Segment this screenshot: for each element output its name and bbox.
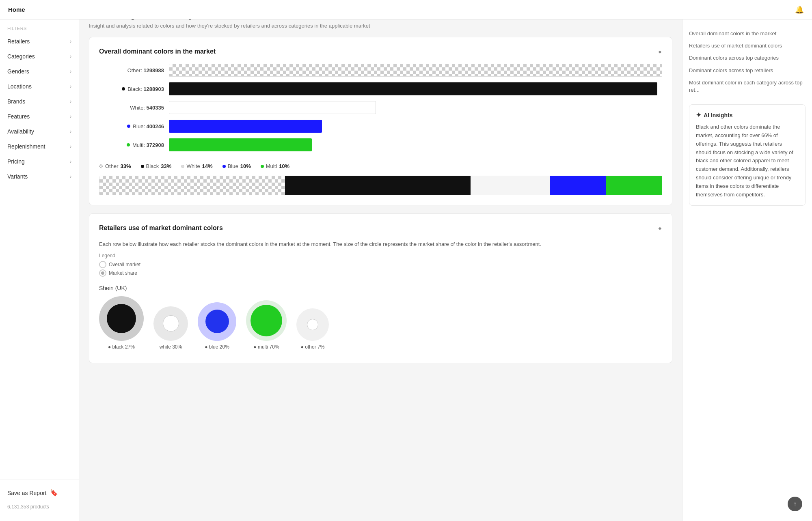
bar-label-text: Other: 1298988 — [127, 67, 164, 73]
sidebar-item-genders[interactable]: Genders › — [0, 64, 79, 79]
footer-white: White 14% — [181, 163, 212, 169]
sidebar-item-label: Genders — [7, 68, 29, 75]
footer-label-multi: Multi — [266, 163, 277, 169]
circles-row-shein: ● black 27% white 30% ● blue 20% — [99, 296, 662, 350]
circle-inner-multi — [251, 305, 282, 336]
page-subtitle: Insight and analysis related to colors a… — [89, 23, 672, 29]
chevron-down-icon: › — [70, 99, 71, 104]
bar-blue — [169, 120, 322, 133]
circle-item-other: ● other 7% — [296, 308, 329, 350]
combined-segment-other — [99, 176, 285, 195]
ai-insights-header: ✦ AI Insights — [696, 111, 799, 119]
footer-pct-white: 14% — [202, 163, 213, 169]
chevron-down-icon: › — [70, 84, 71, 89]
bar-container-blue — [169, 120, 662, 133]
chevron-down-icon: › — [70, 159, 71, 164]
nav-item-most-dominant[interactable]: Most dominant color in each category acr… — [689, 77, 806, 96]
circle-item-white: white 30% — [153, 306, 188, 350]
sidebar-item-features[interactable]: Features › — [0, 109, 79, 124]
chevron-down-icon: › — [70, 144, 71, 149]
bar-label-multi: Multi: 372908 — [99, 142, 164, 148]
top-bar: Home 🔔 — [0, 0, 812, 19]
legend-item-market: Market share — [99, 269, 662, 277]
sidebar-item-pricing[interactable]: Pricing › — [0, 154, 79, 169]
color-dot-blue — [127, 125, 130, 128]
combined-segment-black — [285, 176, 471, 195]
bar-label-blue: Blue: 400246 — [99, 123, 164, 129]
bar-black — [169, 82, 657, 95]
nav-item-top-categories[interactable]: Dominant colors across top categories — [689, 52, 806, 64]
bar-multi — [169, 138, 312, 151]
bar-label-text: White: 540335 — [130, 105, 164, 111]
bar-chart-footer: Other 33% Black 33% White 14% Blue 10% M… — [99, 158, 662, 169]
sidebar-item-label: Pricing — [7, 158, 25, 165]
circle-label-black: ● black 27% — [108, 344, 135, 350]
circle-label-multi: ● multi 70% — [253, 344, 279, 350]
ai-insights-card: ✦ AI Insights Black and other colors dom… — [689, 104, 806, 206]
section-retailers-use: Retailers use of market dominant colors … — [89, 213, 672, 363]
legend-inner-market — [101, 271, 104, 275]
legend-title: Legend — [99, 253, 662, 258]
sidebar-item-label: Features — [7, 113, 30, 120]
card-title-1: Overall dominant colors in the market — [99, 48, 216, 55]
legend-label-market: Market share — [109, 270, 137, 276]
sidebar-item-label: Retailers — [7, 38, 30, 45]
bar-row-blue: Blue: 400246 — [99, 120, 662, 133]
ai-insights-title: AI Insights — [704, 112, 733, 118]
bar-white — [169, 101, 376, 114]
legend-item-overall: Overall market — [99, 261, 662, 268]
sidebar-item-label: Brands — [7, 98, 25, 105]
app-title: Home — [8, 6, 25, 13]
footer-blue: Blue 10% — [222, 163, 251, 169]
sidebar: Filters Retailers › Categories › Genders… — [0, 19, 79, 381]
circle-outer-black — [99, 296, 144, 341]
card-header-2: Retailers use of market dominant colors … — [99, 224, 662, 232]
nav-item-overall[interactable]: Overall dominant colors in the market — [689, 28, 806, 40]
footer-label-blue: Blue — [228, 163, 238, 169]
circle-outer-white — [153, 306, 188, 341]
sidebar-item-availability[interactable]: Availability › — [0, 124, 79, 139]
circle-inner-black — [107, 304, 136, 333]
sidebar-item-brands[interactable]: Brands › — [0, 94, 79, 109]
bar-row-white: White: 540335 — [99, 101, 662, 114]
bar-label-text: Multi: 372908 — [132, 142, 164, 148]
notification-bell-icon[interactable]: 🔔 — [795, 5, 804, 14]
sidebar-item-replenishment[interactable]: Replenishment › — [0, 139, 79, 154]
sidebar-item-retailers[interactable]: Retailers › — [0, 34, 79, 49]
chevron-down-icon: › — [70, 69, 71, 74]
pin-icon-2[interactable]: ⬥ — [658, 224, 662, 232]
circle-inner-other — [307, 319, 318, 330]
footer-label-white: White — [186, 163, 200, 169]
bar-container-white — [169, 101, 662, 114]
bar-label-text: Blue: 400246 — [133, 123, 164, 129]
pin-icon[interactable]: ⬥ — [658, 47, 662, 56]
circle-outer-blue — [198, 302, 236, 341]
sparkle-icon: ✦ — [696, 111, 701, 119]
nav-item-retailers-use[interactable]: Retailers use of market dominant colors — [689, 40, 806, 52]
circle-label-other: ● other 7% — [301, 344, 325, 350]
bar-container-multi — [169, 138, 662, 151]
legend-circle-overall — [99, 261, 106, 268]
filters-label: Filters — [0, 19, 79, 34]
sidebar-item-label: Variants — [7, 173, 28, 180]
sidebar-item-locations[interactable]: Locations › — [0, 79, 79, 94]
retailer-name-shein: Shein (UK) — [99, 285, 662, 291]
sidebar-item-label: Availability — [7, 128, 34, 135]
circle-label-blue: ● blue 20% — [205, 344, 229, 350]
nav-item-top-retailers[interactable]: Dominant colors across top retailers — [689, 65, 806, 77]
footer-pct-multi: 10% — [279, 163, 289, 169]
sidebar-item-label: Replenishment — [7, 143, 45, 150]
legend-label-overall: Overall market — [109, 262, 140, 267]
retailers-description: Each row below illustrate how each retai… — [99, 240, 662, 249]
chevron-down-icon: › — [70, 114, 71, 119]
footer-dot-other — [99, 164, 103, 168]
circle-item-blue: ● blue 20% — [198, 302, 236, 350]
right-panel: Overall dominant colors in the market Re… — [682, 19, 812, 381]
sidebar-item-categories[interactable]: Categories › — [0, 49, 79, 64]
footer-label-black: Black — [146, 163, 159, 169]
footer-black: Black 33% — [141, 163, 172, 169]
chevron-down-icon: › — [70, 39, 71, 44]
sidebar-item-variants[interactable]: Variants › — [0, 169, 79, 184]
footer-pct-black: 33% — [161, 163, 171, 169]
footer-multi: Multi 10% — [261, 163, 289, 169]
